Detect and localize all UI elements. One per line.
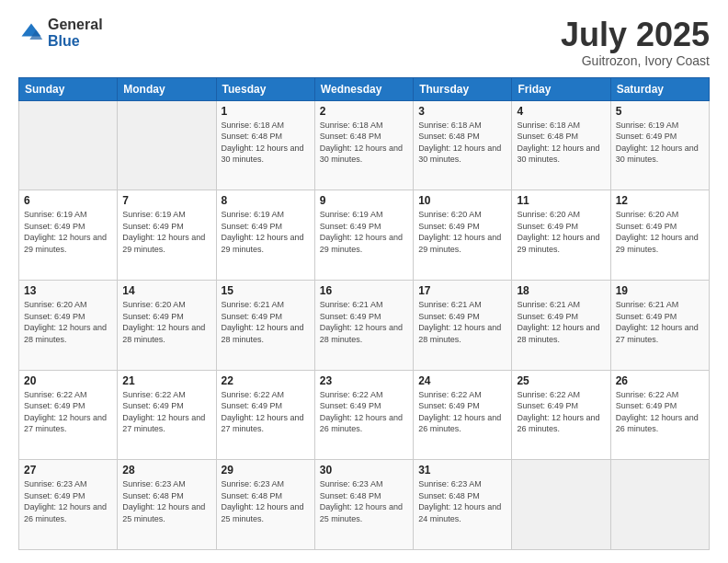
sunrise-text: Sunrise: 6:23 AM [24, 479, 87, 488]
calendar-week-3: 13Sunrise: 6:20 AMSunset: 6:49 PMDayligh… [19, 280, 710, 370]
sunrise-text: Sunrise: 6:18 AM [222, 121, 285, 130]
daylight-text: Daylight: 12 hours and 30 minutes. [418, 144, 501, 165]
daylight-text: Daylight: 12 hours and 26 minutes. [616, 413, 699, 434]
col-monday: Monday [118, 77, 216, 100]
sunrise-text: Sunrise: 6:21 AM [320, 300, 383, 309]
daylight-text: Daylight: 12 hours and 27 minutes. [222, 413, 304, 434]
day-number: 14 [122, 284, 210, 297]
calendar-cell: 16Sunrise: 6:21 AMSunset: 6:49 PMDayligh… [314, 280, 413, 370]
calendar-cell: 17Sunrise: 6:21 AMSunset: 6:49 PMDayligh… [414, 280, 512, 370]
sunset-text: Sunset: 6:49 PM [517, 312, 578, 321]
day-number: 20 [24, 374, 112, 387]
daylight-text: Daylight: 12 hours and 26 minutes. [24, 502, 107, 523]
calendar-week-2: 6Sunrise: 6:19 AMSunset: 6:49 PMDaylight… [19, 190, 710, 281]
daylight-text: Daylight: 12 hours and 24 minutes. [418, 502, 501, 523]
calendar-cell: 12Sunrise: 6:20 AMSunset: 6:49 PMDayligh… [610, 190, 709, 281]
sunset-text: Sunset: 6:49 PM [616, 222, 677, 231]
sunset-text: Sunset: 6:49 PM [222, 401, 283, 410]
location: Guitrozon, Ivory Coast [561, 53, 710, 68]
title-section: July 2025 Guitrozon, Ivory Coast [561, 17, 710, 68]
sunset-text: Sunset: 6:48 PM [320, 132, 381, 141]
sunrise-text: Sunrise: 6:22 AM [222, 390, 285, 399]
day-number: 31 [418, 464, 506, 477]
day-number: 17 [418, 284, 506, 297]
sunset-text: Sunset: 6:49 PM [320, 401, 381, 410]
sunrise-text: Sunrise: 6:18 AM [517, 121, 580, 130]
calendar-cell: 22Sunrise: 6:22 AMSunset: 6:49 PMDayligh… [216, 370, 314, 460]
sunset-text: Sunset: 6:49 PM [24, 491, 85, 500]
calendar-cell: 2Sunrise: 6:18 AMSunset: 6:48 PMDaylight… [314, 100, 413, 190]
calendar-cell: 20Sunrise: 6:22 AMSunset: 6:49 PMDayligh… [19, 370, 118, 460]
sunset-text: Sunset: 6:49 PM [122, 312, 184, 321]
sunrise-text: Sunrise: 6:23 AM [222, 479, 285, 488]
calendar-cell [512, 460, 610, 550]
calendar-week-5: 27Sunrise: 6:23 AMSunset: 6:49 PMDayligh… [19, 460, 710, 550]
daylight-text: Daylight: 12 hours and 29 minutes. [222, 233, 304, 254]
day-number: 8 [222, 194, 310, 207]
sunrise-text: Sunrise: 6:20 AM [418, 210, 482, 219]
sunrise-text: Sunrise: 6:18 AM [418, 121, 482, 130]
sunset-text: Sunset: 6:49 PM [24, 401, 85, 410]
daylight-text: Daylight: 12 hours and 28 minutes. [24, 323, 107, 344]
sunrise-text: Sunrise: 6:23 AM [418, 479, 482, 488]
sunrise-text: Sunrise: 6:22 AM [616, 390, 679, 399]
sunset-text: Sunset: 6:49 PM [222, 312, 283, 321]
day-number: 16 [320, 284, 408, 297]
sunset-text: Sunset: 6:49 PM [517, 222, 578, 231]
sunset-text: Sunset: 6:48 PM [418, 132, 480, 141]
calendar-cell: 13Sunrise: 6:20 AMSunset: 6:49 PMDayligh… [19, 280, 118, 370]
col-tuesday: Tuesday [216, 77, 314, 100]
sunrise-text: Sunrise: 6:20 AM [122, 300, 186, 309]
logo: General Blue [18, 17, 103, 49]
day-number: 15 [222, 284, 310, 297]
day-number: 30 [320, 464, 408, 477]
daylight-text: Daylight: 12 hours and 29 minutes. [320, 233, 403, 254]
sunrise-text: Sunrise: 6:21 AM [222, 300, 285, 309]
sunset-text: Sunset: 6:49 PM [222, 222, 283, 231]
day-number: 28 [122, 464, 210, 477]
daylight-text: Daylight: 12 hours and 28 minutes. [122, 323, 205, 344]
calendar-cell [19, 100, 118, 190]
calendar-cell: 4Sunrise: 6:18 AMSunset: 6:48 PMDaylight… [512, 100, 610, 190]
sunset-text: Sunset: 6:49 PM [122, 222, 184, 231]
sunrise-text: Sunrise: 6:21 AM [517, 300, 580, 309]
sunset-text: Sunset: 6:49 PM [320, 312, 381, 321]
sunset-text: Sunset: 6:48 PM [320, 491, 381, 500]
day-number: 19 [616, 284, 704, 297]
col-sunday: Sunday [19, 77, 118, 100]
calendar-cell: 10Sunrise: 6:20 AMSunset: 6:49 PMDayligh… [414, 190, 512, 281]
calendar-cell: 15Sunrise: 6:21 AMSunset: 6:49 PMDayligh… [216, 280, 314, 370]
daylight-text: Daylight: 12 hours and 29 minutes. [616, 233, 699, 254]
sunrise-text: Sunrise: 6:22 AM [122, 390, 186, 399]
day-number: 18 [517, 284, 605, 297]
daylight-text: Daylight: 12 hours and 28 minutes. [418, 323, 501, 344]
sunset-text: Sunset: 6:49 PM [122, 401, 184, 410]
day-number: 5 [616, 105, 704, 118]
sunrise-text: Sunrise: 6:18 AM [320, 121, 383, 130]
day-number: 21 [122, 374, 210, 387]
daylight-text: Daylight: 12 hours and 30 minutes. [320, 144, 403, 165]
daylight-text: Daylight: 12 hours and 27 minutes. [24, 413, 107, 434]
day-number: 23 [320, 374, 408, 387]
daylight-text: Daylight: 12 hours and 29 minutes. [122, 233, 205, 254]
day-number: 11 [517, 194, 605, 207]
calendar-cell: 29Sunrise: 6:23 AMSunset: 6:48 PMDayligh… [216, 460, 314, 550]
col-friday: Friday [512, 77, 610, 100]
day-number: 22 [222, 374, 310, 387]
calendar-cell: 9Sunrise: 6:19 AMSunset: 6:49 PMDaylight… [314, 190, 413, 281]
calendar-cell: 5Sunrise: 6:19 AMSunset: 6:49 PMDaylight… [610, 100, 709, 190]
sunrise-text: Sunrise: 6:22 AM [517, 390, 580, 399]
calendar-cell: 21Sunrise: 6:22 AMSunset: 6:49 PMDayligh… [118, 370, 216, 460]
sunset-text: Sunset: 6:48 PM [222, 491, 283, 500]
sunrise-text: Sunrise: 6:23 AM [122, 479, 186, 488]
day-number: 2 [320, 105, 408, 118]
daylight-text: Daylight: 12 hours and 28 minutes. [222, 323, 304, 344]
calendar-cell: 1Sunrise: 6:18 AMSunset: 6:48 PMDaylight… [216, 100, 314, 190]
sunset-text: Sunset: 6:49 PM [24, 222, 85, 231]
logo-general-text: General [48, 17, 103, 33]
sunrise-text: Sunrise: 6:20 AM [616, 210, 679, 219]
logo-icon [18, 20, 44, 46]
day-number: 27 [24, 464, 112, 477]
sunset-text: Sunset: 6:48 PM [222, 132, 283, 141]
calendar-cell: 14Sunrise: 6:20 AMSunset: 6:49 PMDayligh… [118, 280, 216, 370]
